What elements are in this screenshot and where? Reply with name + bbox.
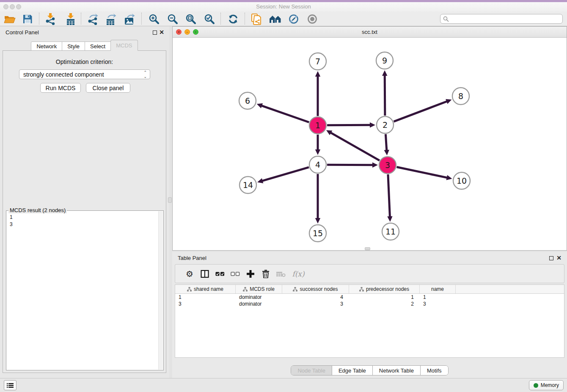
search-icon (443, 16, 449, 22)
close-table-panel-icon[interactable]: ✕ (556, 254, 561, 262)
column-header-mcds-role[interactable]: MCDS role (236, 285, 282, 293)
graph-edge-4-14[interactable] (261, 167, 309, 181)
cell-shared-name[interactable]: 3 (175, 301, 236, 307)
delete-column-button[interactable] (258, 267, 273, 281)
cell-predecessor-nodes[interactable]: 1 (349, 294, 420, 301)
column-header-predecessor-nodes[interactable]: predecessor nodes (349, 285, 420, 293)
zoom-selected-button[interactable] (201, 12, 217, 25)
task-history-button[interactable] (4, 380, 17, 390)
graph-edge-3-10[interactable] (397, 167, 448, 178)
mcds-result-line: 3 (6, 221, 163, 228)
task-list-icon (7, 383, 14, 388)
function-builder-button[interactable]: f(x) (289, 267, 308, 281)
search-input[interactable] (449, 14, 562, 23)
graph-edge-2-9[interactable] (385, 75, 385, 116)
deselect-all-button[interactable] (228, 267, 243, 281)
cell-name[interactable]: 1 (420, 294, 456, 301)
attribute-tree-icon (359, 287, 364, 292)
search-box[interactable] (440, 14, 563, 24)
graph-node-label: 6 (245, 96, 250, 105)
export-network-icon (87, 13, 99, 25)
graph-edge-arrowhead (387, 216, 392, 222)
network-window-titlebar[interactable]: ✕ − + scc.txt (173, 27, 567, 38)
export-network-button[interactable] (85, 12, 101, 25)
graph-edge-arrowhead (382, 70, 387, 76)
cell-mcds-role[interactable]: dominator (236, 294, 282, 301)
network-canvas[interactable]: 7968124314101511 (173, 38, 567, 250)
graph-edge-1-2[interactable] (327, 125, 371, 125)
export-image-button[interactable] (122, 12, 138, 25)
plus-icon (247, 270, 254, 278)
horizontal-splitter-handle[interactable] (365, 247, 370, 250)
column-header-name[interactable]: name (420, 285, 456, 293)
close-panel-icon[interactable]: ✕ (159, 28, 164, 36)
import-network-button[interactable] (42, 12, 58, 25)
tab-network[interactable]: Network (31, 41, 62, 51)
trash-icon (262, 270, 270, 278)
control-panel-tabs: Network Style Select MCDS (0, 41, 169, 51)
network-window-title: scc.txt (173, 27, 567, 38)
graph-node-label: 2 (383, 120, 388, 130)
zoom-fit-button[interactable] (183, 12, 199, 25)
graph-edge-2-8[interactable] (394, 101, 448, 121)
graph-edge-3-1[interactable] (330, 132, 380, 160)
column-header-successor-nodes[interactable]: successor nodes (282, 285, 349, 293)
column-label: MCDS role (250, 286, 275, 292)
cell-mcds-role[interactable]: dominator (236, 301, 282, 307)
tab-select[interactable]: Select (85, 41, 111, 51)
table-row[interactable]: 3 dominator 3 2 3 (175, 301, 564, 307)
table-settings-button[interactable]: ⚙ (182, 267, 197, 281)
tab-network-table[interactable]: Network Table (372, 366, 420, 375)
column-header-shared-name[interactable]: shared name (175, 285, 236, 293)
tab-style[interactable]: Style (62, 41, 85, 51)
attribute-tree-icon (293, 287, 297, 292)
graph-edge-2-3[interactable] (385, 134, 387, 151)
cell-successor-nodes[interactable]: 4 (282, 294, 349, 301)
import-table-button[interactable] (63, 12, 79, 25)
float-panel-icon[interactable] (153, 30, 157, 35)
graph-edge-1-6[interactable] (261, 105, 309, 122)
attribute-tree-icon (187, 287, 192, 292)
float-table-panel-icon[interactable] (549, 256, 553, 260)
clone-network-button[interactable] (248, 12, 264, 25)
memory-label: Memory (541, 382, 559, 388)
column-browser-button[interactable] (197, 267, 212, 281)
refresh-layout-button[interactable] (225, 12, 241, 25)
graph-edge-3-11[interactable] (388, 174, 390, 218)
tab-mcds[interactable]: MCDS (110, 40, 138, 51)
tab-motifs[interactable]: Motifs (420, 366, 448, 375)
table-row[interactable]: 1 dominator 4 1 1 (175, 294, 564, 301)
cell-shared-name[interactable]: 1 (175, 294, 236, 301)
memory-button[interactable]: Memory (529, 380, 564, 390)
show-graphics-details-button[interactable] (304, 12, 320, 25)
graph-edge-4-3[interactable] (327, 165, 374, 165)
cell-predecessor-nodes[interactable]: 2 (349, 301, 420, 307)
run-mcds-button[interactable]: Run MCDS (40, 83, 81, 93)
zoom-in-button[interactable] (146, 12, 162, 25)
zoom-out-button[interactable] (165, 12, 181, 25)
save-session-button[interactable] (19, 12, 36, 25)
cell-successor-nodes[interactable]: 3 (282, 301, 349, 307)
memory-status-icon (534, 383, 538, 388)
hide-graphics-details-button[interactable] (286, 12, 302, 25)
select-all-button[interactable] (212, 267, 228, 281)
tab-node-table[interactable]: Node Table (291, 366, 332, 375)
graph-edge-arrowhead (370, 122, 375, 127)
network-graph-svg[interactable]: 7968124314101511 (173, 38, 567, 250)
criterion-dropdown[interactable]: strongly connected component ⌃⌄ (19, 69, 150, 79)
export-image-icon (124, 13, 136, 25)
network-view-window: ✕ − + scc.txt 7968124314101511 (172, 26, 567, 251)
open-folder-icon (4, 14, 16, 24)
tab-edge-table[interactable]: Edge Table (332, 366, 372, 375)
open-file-button[interactable] (2, 12, 18, 25)
graph-node-label: 10 (457, 176, 467, 185)
add-column-button[interactable] (243, 267, 258, 281)
toolbar-separator (39, 13, 39, 25)
close-panel-button[interactable]: Close panel (86, 83, 130, 93)
first-neighbors-button[interactable] (267, 12, 284, 25)
vertical-splitter-handle[interactable] (168, 197, 172, 203)
result-scrollbar[interactable] (158, 211, 163, 370)
export-table-button[interactable] (103, 12, 119, 25)
cell-name[interactable]: 3 (420, 301, 456, 307)
graph-node-label: 4 (315, 160, 320, 169)
